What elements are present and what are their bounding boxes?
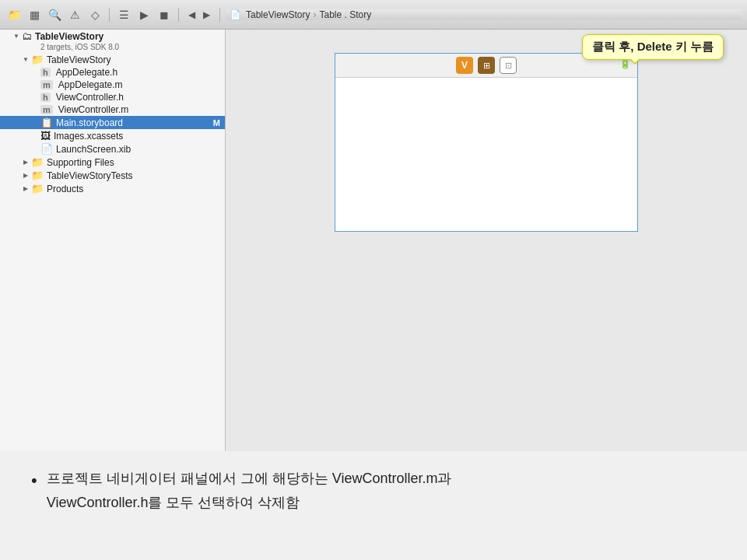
xib-icon: 📄	[40, 143, 53, 155]
products-folder-icon: 📁	[31, 183, 44, 194]
launchscreen-xib-label: LaunchScreen.xib	[56, 144, 131, 155]
storyboard-frame: V ⊞ ⊡ 🔋	[335, 53, 638, 232]
breadcrumb-story[interactable]: Table . Story	[320, 9, 372, 20]
bottom-area: • 프로젝트 네비게이터 패널에서 그에 해당하는 ViewController…	[0, 451, 747, 560]
main-storyboard-label: Main.storyboard	[56, 117, 123, 128]
breadcrumb-bar: 📄 TableViewStory › Table . Story	[226, 9, 741, 20]
images-xcassets-label: Images.xcassets	[54, 131, 123, 142]
sidebar-item-images-xcassets[interactable]: 🖼 Images.xcassets	[0, 129, 225, 142]
viewcontroller-h-label: ViewController.h	[56, 92, 124, 103]
folder-yellow-icon: 📁	[31, 54, 44, 65]
folder-icon[interactable]: 📁	[6, 7, 22, 23]
sidebar-item-appdelegate-h[interactable]: h AppDelegate.h	[0, 66, 225, 79]
storyboard-icon: 📋	[40, 117, 53, 128]
viewcontroller-m-label: ViewController.m	[58, 104, 128, 115]
list-icon[interactable]: ☰	[116, 7, 132, 23]
diamond-icon[interactable]: ◇	[87, 7, 103, 23]
m-file2-icon: m	[40, 105, 53, 114]
breadcrumb-icon: 📄	[230, 9, 241, 20]
grid-icon[interactable]: ▦	[26, 7, 42, 23]
bottom-description: 프로젝트 네비게이터 패널에서 그에 해당하는 ViewController.m…	[47, 467, 452, 514]
search-icon[interactable]: 🔍	[47, 7, 62, 23]
folder-tableviewstory-label: TableViewStory	[47, 54, 111, 65]
sidebar-item-appdelegate-m[interactable]: m AppDelegate.m	[0, 79, 225, 91]
nav-back-button[interactable]: ◀	[185, 8, 198, 22]
m-file-icon: m	[40, 80, 53, 89]
sidebar: 🗂 TableViewStory 2 targets, iOS SDK 8.0 …	[0, 30, 226, 451]
sidebar-item-project-root[interactable]: 🗂 TableViewStory	[0, 30, 225, 43]
sidebar-item-viewcontroller-h[interactable]: h ViewController.h	[0, 91, 225, 103]
supporting-files-label: Supporting Files	[47, 157, 114, 168]
xcassets-icon: 🖼	[40, 130, 51, 142]
appdelegate-m-label: AppDelegate.m	[58, 79, 123, 90]
toolbar-divider-1	[109, 8, 110, 22]
toolbar-divider-2	[178, 8, 179, 22]
toolbar-divider-3	[219, 8, 220, 22]
main-area: 🗂 TableViewStory 2 targets, iOS SDK 8.0 …	[0, 30, 747, 451]
bullet-point: •	[31, 467, 37, 494]
warning-icon[interactable]: ⚠	[67, 7, 82, 23]
supporting-folder-icon: 📁	[31, 156, 44, 168]
sidebar-item-tableviewstory-folder[interactable]: 📁 TableViewStory	[0, 53, 225, 66]
project-icon: 🗂	[22, 30, 32, 42]
project-subtitle: 2 targets, iOS SDK 8.0	[0, 43, 225, 53]
products-label: Products	[47, 184, 83, 194]
nav-forward-button[interactable]: ▶	[200, 8, 213, 22]
callout-tooltip: 클릭 후, Delete 키 누름	[582, 34, 724, 60]
triangle-icon-10	[22, 159, 30, 166]
nav-icon[interactable]: ⊞	[478, 57, 495, 74]
sidebar-item-tableviewstorytests[interactable]: 📁 TableViewStoryTests	[0, 169, 225, 182]
nav-arrows: ◀ ▶	[185, 8, 213, 22]
h-file2-icon: h	[40, 93, 51, 102]
sidebar-item-viewcontroller-m[interactable]: m ViewController.m	[0, 103, 225, 116]
triangle-icon-11	[22, 172, 30, 180]
exit-icon[interactable]: ⊡	[500, 57, 517, 74]
stop-icon[interactable]: ◼	[156, 7, 172, 23]
play-icon[interactable]: ▶	[136, 7, 152, 23]
project-name-label: TableViewStory	[35, 31, 103, 42]
sidebar-item-products[interactable]: 📁 Products	[0, 182, 225, 195]
callout-text: 클릭 후, Delete 키 누름	[592, 40, 714, 53]
sidebar-item-supporting-files[interactable]: 📁 Supporting Files	[0, 156, 225, 169]
appdelegate-h-label: AppDelegate.h	[56, 67, 117, 78]
triangle-icon	[12, 33, 20, 40]
toolbar: 📁 ▦ 🔍 ⚠ ◇ ☰ ▶ ◼ ◀ ▶ 📄 TableViewStory › T…	[0, 0, 747, 30]
tableviewstorytests-label: TableViewStoryTests	[47, 170, 133, 181]
storyboard-badge: M	[213, 118, 225, 128]
triangle-icon-2	[22, 56, 30, 64]
breadcrumb-project[interactable]: TableViewStory	[246, 9, 310, 20]
sidebar-item-launchscreen-xib[interactable]: 📄 LaunchScreen.xib	[0, 142, 225, 156]
content-area: 클릭 후, Delete 키 누름 V ⊞ ⊡ 🔋	[226, 30, 747, 451]
h-file-icon: h	[40, 68, 51, 77]
triangle-icon-12	[22, 185, 30, 193]
sidebar-item-main-storyboard[interactable]: 📋 Main.storyboard M	[0, 116, 225, 129]
tests-folder-icon: 📁	[31, 170, 44, 181]
vc-icon[interactable]: V	[456, 57, 473, 74]
